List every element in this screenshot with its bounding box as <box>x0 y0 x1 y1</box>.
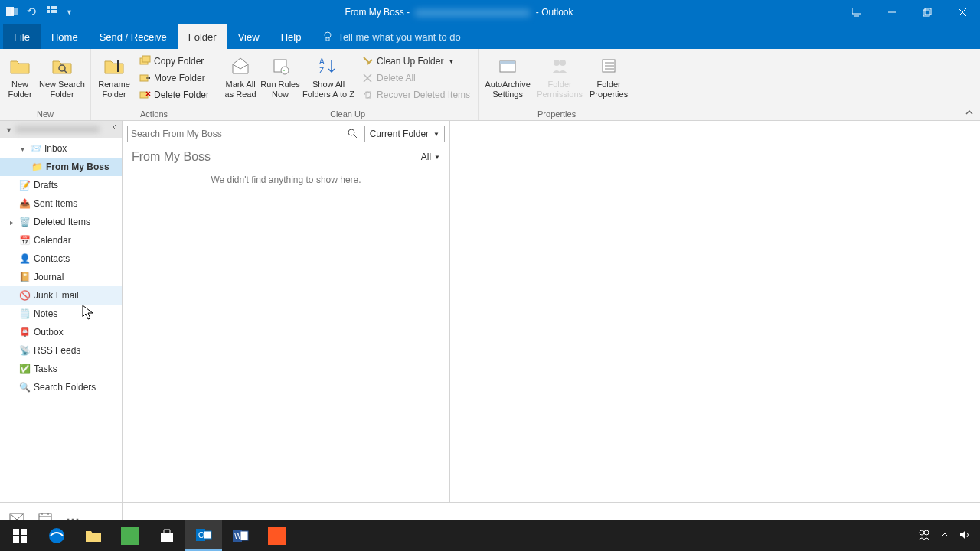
run-rules-button[interactable]: Run Rules Now <box>260 51 300 99</box>
folder-rss-feeds[interactable]: 📡RSS Feeds <box>0 341 122 360</box>
folder-notes[interactable]: 🗒️Notes <box>0 305 122 323</box>
rss-icon: 📡 <box>18 344 31 357</box>
new-folder-button[interactable]: New Folder <box>3 51 37 99</box>
folder-inbox[interactable]: ▾📨Inbox <box>0 139 122 158</box>
folder-permissions-button[interactable]: Folder Permissions <box>534 51 586 99</box>
folder-journal[interactable]: 📔Journal <box>0 268 122 286</box>
minimize-folder-pane-button[interactable] <box>111 122 119 133</box>
delete-folder-button[interactable]: Delete Folder <box>134 87 214 103</box>
folder-drafts[interactable]: 📝Drafts <box>0 176 122 194</box>
windows-icon <box>13 529 27 543</box>
tray-people-icon[interactable] <box>917 528 931 544</box>
group-label-cleanup: Clean Up <box>217 109 478 120</box>
rename-folder-button[interactable]: Rename Folder <box>94 51 134 99</box>
folder-outbox[interactable]: 📮Outbox <box>0 323 122 341</box>
outlook-icon <box>6 5 18 20</box>
title-folder-name: From My Boss <box>345 7 403 18</box>
group-new: New Folder New Search Folder New <box>0 49 91 120</box>
folder-search-folders[interactable]: 🔍Search Folders <box>0 378 122 396</box>
tab-folder[interactable]: Folder <box>178 24 227 49</box>
journal-icon: 📔 <box>18 271 31 283</box>
start-button[interactable] <box>2 520 38 551</box>
taskbar-edge[interactable] <box>38 520 75 551</box>
folder-sent-items[interactable]: 📤Sent Items <box>0 194 122 213</box>
sent-icon: 📤 <box>18 197 31 210</box>
tab-file[interactable]: File <box>3 24 41 49</box>
taskbar-app-green[interactable] <box>112 520 149 551</box>
tab-send-receive[interactable]: Send / Receive <box>89 24 178 49</box>
svg-rect-36 <box>13 536 19 543</box>
svg-rect-35 <box>21 529 27 535</box>
qat-dropdown-icon[interactable]: ▼ <box>66 8 73 16</box>
system-tray <box>917 528 978 544</box>
sort-az-icon: AZ <box>300 54 357 78</box>
delete-all-button[interactable]: Delete All <box>357 70 475 86</box>
close-button[interactable] <box>945 0 980 24</box>
list-folder-title: From My Boss <box>132 150 211 164</box>
autoarchive-button[interactable]: AutoArchive Settings <box>482 51 534 99</box>
show-all-folders-button[interactable]: AZ Show All Folders A to Z <box>300 51 357 99</box>
svg-rect-13 <box>117 60 119 72</box>
svg-rect-24 <box>500 61 515 64</box>
undo-icon[interactable] <box>26 5 38 20</box>
cleanup-folder-button[interactable]: Clean Up Folder▼ <box>357 54 475 69</box>
reading-pane <box>450 121 980 502</box>
new-search-folder-button[interactable]: New Search Folder <box>37 51 87 99</box>
rules-icon <box>260 54 300 78</box>
tab-home[interactable]: Home <box>41 24 89 49</box>
folder-tasks[interactable]: ✅Tasks <box>0 360 122 378</box>
title-app-name: Outlook <box>541 7 573 18</box>
title-account-redacted <box>415 9 530 17</box>
copy-folder-button[interactable]: Copy Folder <box>134 54 214 69</box>
folder-calendar[interactable]: 📅Calendar <box>0 231 122 249</box>
search-scope-dropdown[interactable]: Current Folder▼ <box>364 126 445 142</box>
taskbar-explorer[interactable] <box>75 520 112 551</box>
folder-contacts[interactable]: 👤Contacts <box>0 249 122 268</box>
app-icon <box>121 527 139 545</box>
recover-deleted-button[interactable]: Recover Deleted Items <box>357 87 475 103</box>
delete-icon <box>139 89 151 101</box>
trash-icon: 🗑️ <box>18 216 31 228</box>
taskbar-outlook[interactable]: O <box>185 520 222 551</box>
svg-point-26 <box>560 60 566 66</box>
folder-properties-button[interactable]: Folder Properties <box>586 51 632 99</box>
tab-help[interactable]: Help <box>270 24 312 49</box>
tell-me-label: Tell me what you want to do <box>338 31 460 43</box>
expand-icon: ▾ <box>5 126 12 134</box>
minimize-button[interactable] <box>874 0 910 24</box>
search-icon[interactable] <box>347 128 358 141</box>
ribbon-tabs: File Home Send / Receive Folder View Hel… <box>0 24 980 49</box>
ribbon-display-options-icon[interactable] <box>839 0 874 24</box>
folder-junk-email[interactable]: 🚫Junk Email <box>0 286 122 305</box>
folder-icon <box>3 54 37 78</box>
folder-deleted-items[interactable]: ▸🗑️Deleted Items <box>0 213 122 231</box>
inbox-icon: 📨 <box>29 142 41 155</box>
junk-icon: 🚫 <box>18 289 31 302</box>
grid-icon[interactable] <box>46 5 58 20</box>
account-header[interactable]: ▾ <box>0 121 122 138</box>
svg-rect-34 <box>13 529 19 535</box>
search-input[interactable]: Search From My Boss <box>127 126 361 142</box>
group-cleanup: Mark All as Read Run Rules Now AZ Show A… <box>217 49 479 120</box>
move-folder-button[interactable]: Move Folder <box>134 70 214 86</box>
svg-rect-7 <box>54 10 57 13</box>
svg-text:A: A <box>319 57 325 66</box>
svg-rect-2 <box>47 6 50 9</box>
collapse-ribbon-button[interactable] <box>963 106 975 119</box>
search-placeholder: Search From My Boss <box>131 129 222 139</box>
svg-rect-39 <box>121 527 139 545</box>
tray-volume-icon[interactable] <box>959 529 971 543</box>
tab-view[interactable]: View <box>227 24 270 49</box>
maximize-button[interactable] <box>910 0 945 24</box>
taskbar-store[interactable] <box>149 520 185 551</box>
edge-icon <box>47 527 66 545</box>
tell-me-search[interactable]: Tell me what you want to do <box>312 24 471 49</box>
mark-all-read-button[interactable]: Mark All as Read <box>220 51 260 99</box>
taskbar-word[interactable]: W <box>222 520 259 551</box>
list-filter-dropdown[interactable]: All▼ <box>421 152 440 162</box>
svg-point-28 <box>348 129 354 135</box>
taskbar-app-orange[interactable] <box>259 520 296 551</box>
tray-chevron-icon[interactable] <box>940 530 949 542</box>
folder-from-my-boss[interactable]: 📁From My Boss <box>0 158 122 176</box>
window-title: From My Boss - - Outlook <box>79 7 839 18</box>
